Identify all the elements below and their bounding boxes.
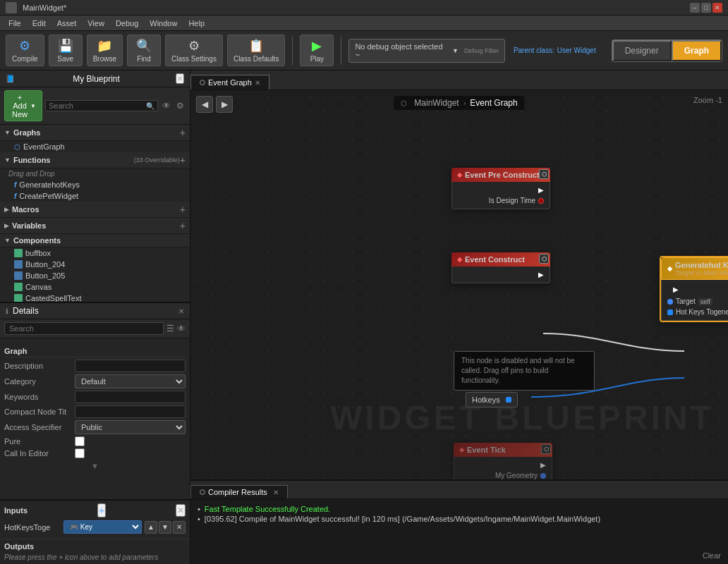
menu-edit[interactable]: Edit	[27, 18, 51, 29]
browse-button[interactable]: 📁 Browse	[87, 35, 123, 66]
menu-window[interactable]: Window	[144, 18, 183, 29]
close-tab-button[interactable]: ✕	[255, 79, 260, 87]
details-search-input[interactable]	[4, 322, 164, 335]
graph-section-label: Graph	[4, 345, 186, 357]
node-corner-button2[interactable]: ⬡	[539, 254, 549, 264]
compile-button[interactable]: ⚙ Compile	[6, 35, 44, 66]
inputs-close-button[interactable]: ✕	[176, 504, 186, 517]
blueprint-tree: ▼ Graphs + ⬡ EventGraph ▼ Functions (33 …	[0, 125, 190, 302]
component-canvas[interactable]: Canvas	[0, 281, 190, 293]
details-close-button[interactable]: ✕	[178, 307, 184, 315]
exec-arrow-icon2: ▶	[538, 271, 544, 278]
graph-icon: ⬡	[14, 143, 20, 151]
call-in-editor-checkbox[interactable]	[75, 448, 85, 458]
titlebar: MainWidget* – □ ✕	[0, 0, 728, 16]
play-button[interactable]: ▶ Play	[300, 35, 334, 66]
description-input[interactable]	[75, 360, 186, 372]
maximize-button[interactable]: □	[701, 3, 711, 13]
inputs-add-button[interactable]: +	[97, 503, 106, 517]
search-icon: 🔍	[146, 102, 154, 110]
watermark: WIDGET BLUEPRINT	[330, 398, 714, 437]
designer-button[interactable]: Designer	[612, 40, 672, 61]
component-button204[interactable]: Button_204	[0, 259, 190, 270]
menu-view[interactable]: View	[82, 18, 110, 29]
add-new-button[interactable]: + Add New ▼	[4, 90, 42, 121]
exec-in-arrow: ▶	[673, 286, 679, 293]
close-button[interactable]: ✕	[712, 3, 722, 13]
variables-add-button[interactable]: +	[180, 220, 186, 231]
variables-section-header[interactable]: ▶ Variables +	[0, 218, 190, 234]
nav-forward-button[interactable]: ▶	[216, 96, 233, 113]
category-select[interactable]: Default	[75, 374, 186, 388]
event-tick-icon: ◆	[459, 446, 464, 453]
compiler-results-tab[interactable]: ⬡ Compiler Results ✕	[190, 485, 288, 498]
inputs-header: Inputs + ✕	[4, 503, 186, 517]
macros-add-button[interactable]: +	[180, 204, 186, 215]
node-corner-button[interactable]: ⬡	[539, 169, 549, 179]
breadcrumb-current: Event Graph	[470, 98, 517, 108]
component-button205[interactable]: Button_205	[0, 270, 190, 281]
event-tick-body: ▶ My Geometry In Delta Time	[454, 457, 552, 479]
class-settings-button[interactable]: ⚙ Class Settings	[165, 35, 223, 66]
input-item-hotkeys: HotKeysToge 🎮 Key ▲ ▼ ✕	[4, 520, 186, 534]
zoom-indicator: Zoom -1	[693, 96, 722, 104]
components-collapse-icon: ▼	[4, 237, 11, 244]
input-move-down-button[interactable]: ▼	[159, 521, 171, 534]
input-delete-button[interactable]: ✕	[173, 521, 186, 534]
geometry-pin-dot	[540, 473, 546, 479]
blueprint-icon: 📘	[6, 75, 14, 82]
tick-exec-arrow: ▶	[540, 461, 546, 469]
menu-debug[interactable]: Debug	[110, 18, 144, 29]
find-button[interactable]: 🔍 Find	[127, 35, 161, 66]
blueprint-search-input[interactable]	[49, 102, 146, 110]
debug-filter-dropdown[interactable]: No debug object selected ~ ▼ Debug Filte…	[348, 39, 505, 63]
pure-checkbox[interactable]	[75, 436, 85, 446]
graphs-section-header[interactable]: ▼ Graphs +	[0, 125, 190, 141]
input-type-select[interactable]: 🎮 Key	[63, 520, 142, 534]
functions-collapse-icon: ▼	[4, 157, 11, 164]
my-geometry-pin: My Geometry	[454, 470, 552, 479]
event-graph-tab[interactable]: ⬡ Event Graph ✕	[190, 75, 269, 90]
compiler-tab-close[interactable]: ✕	[273, 489, 279, 496]
generate-hotkeys-item[interactable]: f GeneratehotKeys	[0, 179, 190, 190]
nav-back-button[interactable]: ◀	[196, 96, 213, 113]
details-list-view-button[interactable]: ☰	[166, 324, 174, 333]
components-section: ▼ Components buffbox Button_204 Button_2…	[0, 234, 190, 302]
node-corner-button3[interactable]: ⬡	[541, 444, 551, 454]
minimize-button[interactable]: –	[690, 3, 700, 13]
graph-button[interactable]: Graph	[672, 40, 722, 61]
details-icon: ℹ	[6, 307, 8, 315]
visibility-toggle-button[interactable]: 👁	[161, 99, 172, 112]
array-pin-dot	[667, 309, 673, 315]
exec-in-pin: ▶	[667, 284, 684, 295]
create-pet-widget-item[interactable]: f CreatePetWidget	[0, 190, 190, 202]
menu-help[interactable]: Help	[183, 18, 210, 29]
component-castedspelltext[interactable]: CastedSpellText	[0, 293, 190, 302]
class-defaults-button[interactable]: 📋 Class Defaults	[227, 35, 285, 66]
menu-asset[interactable]: Asset	[51, 18, 83, 29]
functions-add-button[interactable]: +	[180, 154, 186, 166]
parent-class-link[interactable]: User Widget	[557, 47, 596, 54]
graph-canvas[interactable]: ◀ ▶ ⬡ MainWidget › Event Graph Zoom -1	[190, 90, 728, 479]
input-move-up-button[interactable]: ▲	[145, 521, 157, 534]
compact-node-input[interactable]	[75, 405, 186, 418]
functions-section-header[interactable]: ▼ Functions (33 Overridable) +	[0, 152, 190, 168]
component-buffbox[interactable]: buffbox	[0, 247, 190, 259]
breadcrumb-root[interactable]: MainWidget	[414, 98, 459, 108]
my-blueprint-close-button[interactable]: ✕	[176, 73, 184, 84]
graphs-add-button[interactable]: +	[180, 127, 186, 138]
dropdown-arrow-icon: ▼	[452, 47, 459, 54]
details-scroll-down[interactable]: ▼	[4, 460, 186, 472]
function-icon2: f	[14, 192, 16, 200]
clear-button[interactable]: Clear	[703, 551, 721, 560]
access-specifier-select[interactable]: Public Protected Private	[75, 420, 186, 434]
components-section-header[interactable]: ▼ Components	[0, 234, 190, 247]
keywords-input[interactable]	[75, 391, 186, 403]
menu-file[interactable]: File	[3, 18, 27, 29]
blueprint-settings-button[interactable]: ⚙	[175, 99, 186, 112]
event-graph-item[interactable]: ⬡ EventGraph	[0, 141, 190, 152]
details-eye-button[interactable]: 👁	[177, 324, 186, 333]
save-button[interactable]: 💾 Save	[49, 35, 83, 66]
exec-out-pin: ▶	[452, 185, 550, 195]
macros-section-header[interactable]: ▶ Macros +	[0, 202, 190, 218]
